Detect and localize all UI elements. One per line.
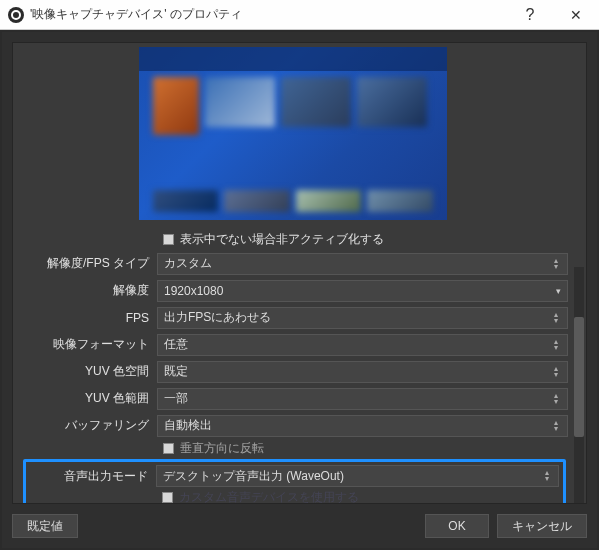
scroll-area: 表示中でない場合非アクティブ化する 解像度/FPS タイプ カスタム ▴▾ 解像… — [13, 43, 572, 503]
fps-label: FPS — [13, 311, 157, 325]
stepper-icon: ▴▾ — [549, 254, 563, 274]
buffering-label: バッファリング — [13, 417, 157, 434]
stepper-icon: ▴▾ — [549, 308, 563, 328]
deactivate-checkbox[interactable] — [163, 234, 174, 245]
deactivate-checkbox-row: 表示中でない場合非アクティブ化する — [13, 228, 572, 250]
fps-select[interactable]: 出力FPSにあわせる ▴▾ — [157, 307, 568, 329]
titlebar: '映像キャプチャデバイス' のプロパティ ? ✕ — [0, 0, 599, 30]
audio-mode-highlight: 音声出力モード デスクトップ音声出力 (WaveOut) ▴▾ カスタム音声デバ… — [23, 459, 566, 503]
window-title: '映像キャプチャデバイス' のプロパティ — [30, 6, 507, 23]
footer: 既定値 OK キャンセル — [12, 512, 587, 540]
stepper-icon: ▴▾ — [549, 335, 563, 355]
deactivate-checkbox-label: 表示中でない場合非アクティブ化する — [180, 231, 384, 248]
stepper-icon: ▴▾ — [549, 362, 563, 382]
app-icon — [8, 7, 24, 23]
buffering-select[interactable]: 自動検出 ▴▾ — [157, 415, 568, 437]
yuv-range-value: 一部 — [164, 390, 188, 407]
yuv-space-value: 既定 — [164, 363, 188, 380]
ok-button-label: OK — [448, 519, 465, 533]
yuv-space-select[interactable]: 既定 ▴▾ — [157, 361, 568, 383]
video-format-value: 任意 — [164, 336, 188, 353]
scrollbar-track — [574, 267, 584, 503]
resolution-label: 解像度 — [13, 282, 157, 299]
video-format-select[interactable]: 任意 ▴▾ — [157, 334, 568, 356]
res-fps-type-value: カスタム — [164, 255, 212, 272]
stepper-icon: ▴▾ — [549, 389, 563, 409]
resolution-value: 1920x1080 — [164, 284, 223, 298]
audio-mode-label: 音声出力モード — [26, 468, 156, 485]
ok-button[interactable]: OK — [425, 514, 489, 538]
flip-checkbox-label: 垂直方向に反転 — [180, 440, 264, 457]
yuv-range-label: YUV 色範囲 — [13, 390, 157, 407]
stepper-icon: ▴▾ — [540, 466, 554, 486]
stepper-icon: ▴▾ — [549, 416, 563, 436]
close-button[interactable]: ✕ — [553, 0, 599, 30]
cancel-button-label: キャンセル — [512, 518, 572, 535]
resolution-select[interactable]: 1920x1080 ▾ — [157, 280, 568, 302]
yuv-range-select[interactable]: 一部 ▴▾ — [157, 388, 568, 410]
vertical-scrollbar[interactable] — [572, 43, 586, 503]
video-preview — [139, 47, 447, 220]
custom-audio-checkbox-label: カスタム音声デバイスを使用する — [179, 489, 359, 504]
defaults-button-label: 既定値 — [27, 518, 63, 535]
fps-value: 出力FPSにあわせる — [164, 309, 271, 326]
audio-mode-value: デスクトップ音声出力 (WaveOut) — [163, 468, 344, 485]
video-format-label: 映像フォーマット — [13, 336, 157, 353]
chevron-down-icon: ▾ — [556, 286, 561, 296]
buffering-value: 自動検出 — [164, 417, 212, 434]
res-fps-type-label: 解像度/FPS タイプ — [13, 255, 157, 272]
custom-audio-checkbox-row: カスタム音声デバイスを使用する — [26, 488, 563, 503]
custom-audio-checkbox[interactable] — [162, 492, 173, 503]
flip-checkbox-row: 垂直方向に反転 — [13, 439, 572, 457]
help-button[interactable]: ? — [507, 0, 553, 30]
res-fps-type-select[interactable]: カスタム ▴▾ — [157, 253, 568, 275]
cancel-button[interactable]: キャンセル — [497, 514, 587, 538]
content-panel: 表示中でない場合非アクティブ化する 解像度/FPS タイプ カスタム ▴▾ 解像… — [12, 42, 587, 504]
defaults-button[interactable]: 既定値 — [12, 514, 78, 538]
yuv-space-label: YUV 色空間 — [13, 363, 157, 380]
dialog-body: 表示中でない場合非アクティブ化する 解像度/FPS タイプ カスタム ▴▾ 解像… — [2, 32, 597, 548]
flip-checkbox[interactable] — [163, 443, 174, 454]
scrollbar-thumb[interactable] — [574, 317, 584, 437]
audio-mode-select[interactable]: デスクトップ音声出力 (WaveOut) ▴▾ — [156, 465, 559, 487]
preview-area — [13, 43, 572, 228]
